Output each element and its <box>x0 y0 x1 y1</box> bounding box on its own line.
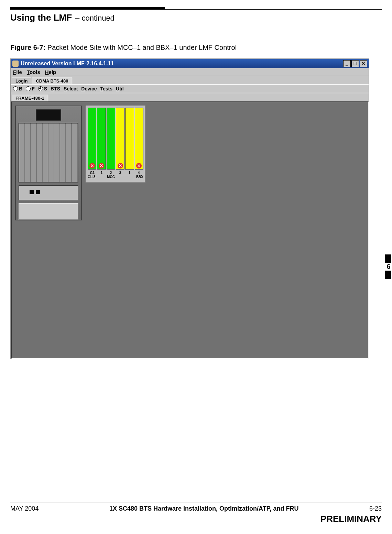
figure-text: Packet Mode Site with MCC–1 and BBX–1 un… <box>47 44 237 51</box>
slot-number-row: G1 1 2 3 1 4 <box>86 171 145 175</box>
slot-g1[interactable]: ✕ <box>88 108 96 170</box>
toolbar-select[interactable]: Select <box>64 86 78 91</box>
error-icon: ✕ <box>136 163 142 168</box>
page-side-tab: 6 <box>385 254 392 279</box>
chassis-bottom-panel <box>19 185 78 200</box>
menu-file[interactable]: File <box>13 69 22 75</box>
window-controls: _ □ ✕ <box>343 60 367 67</box>
radio-f[interactable] <box>26 86 31 91</box>
footer-row: MAY 2004 1X SC480 BTS Hardware Installat… <box>10 505 382 512</box>
main-tabbar: Login CDMA BTS-480 <box>11 76 369 84</box>
chassis-photo <box>15 106 82 220</box>
side-tab-block <box>385 271 391 279</box>
slot-mcc-1[interactable]: ✕ <box>97 108 106 170</box>
error-icon: ✕ <box>118 163 123 168</box>
chassis-drawer <box>19 203 78 220</box>
footer-date: MAY 2004 <box>10 505 39 512</box>
slot-label: 2 <box>106 171 116 175</box>
slot-label: 1 <box>97 171 106 175</box>
side-tab-number: 6 <box>385 263 392 271</box>
slot-label: 1 <box>125 171 134 175</box>
tab-cdma-bts[interactable]: CDMA BTS-480 <box>32 77 72 84</box>
toolbar-bts[interactable]: BTS <box>51 86 60 91</box>
slot-label: 3 <box>116 171 125 175</box>
footer-page: 6-23 <box>369 505 382 512</box>
slot-label: G1 <box>88 171 97 175</box>
square-icon <box>36 190 40 194</box>
slot-label: 4 <box>134 171 143 175</box>
footer-title: 1X SC480 BTS Hardware Installation, Opti… <box>109 505 298 512</box>
window-title: Unreleased Version LMF-2.16.4.1.11 <box>21 61 114 67</box>
tab-frame[interactable]: FRAME-480-1 <box>12 95 48 101</box>
error-icon: ✕ <box>99 163 104 168</box>
java-icon <box>12 61 19 67</box>
page-footer: MAY 2004 1X SC480 BTS Hardware Installat… <box>10 502 382 524</box>
menubar: File Tools Help <box>11 68 369 76</box>
content-area: ✕ ✕ ✕ ✕ G1 1 2 3 1 4 GLI3 MCC <box>11 101 369 359</box>
frame-tabbar: FRAME-480-1 <box>11 93 369 101</box>
slot-map: ✕ ✕ ✕ ✕ G1 1 2 3 1 4 GLI3 MCC <box>86 106 145 183</box>
group-bbx: BBX <box>125 175 143 179</box>
radio-b[interactable] <box>13 86 18 91</box>
figure-number: Figure 6-7: <box>10 44 45 51</box>
footer-preliminary: PRELIMINARY <box>10 514 382 524</box>
app-window: Unreleased Version LMF-2.16.4.1.11 _ □ ✕… <box>10 58 369 359</box>
figure-caption: Figure 6-7: Packet Mode Site with MCC–1 … <box>10 44 382 52</box>
close-button[interactable]: ✕ <box>360 60 367 67</box>
group-gli3: GLI3 <box>88 175 97 179</box>
radio-f-label: F <box>32 86 35 91</box>
error-icon: ✕ <box>89 163 95 168</box>
slot-mcc-2[interactable] <box>107 108 115 170</box>
footer-rule <box>10 502 382 502</box>
secondary-toolbar: B F S BTS Select Device Tests Util <box>11 84 369 93</box>
titlebar: Unreleased Version LMF-2.16.4.1.11 _ □ ✕ <box>11 59 369 68</box>
chassis-top <box>36 109 61 121</box>
slot-row: ✕ ✕ ✕ ✕ <box>86 106 145 171</box>
heading-continued: – continued <box>75 14 115 23</box>
side-tab-block <box>385 254 391 263</box>
radio-s[interactable] <box>38 86 43 91</box>
minimize-button[interactable]: _ <box>343 60 351 67</box>
square-icon <box>30 190 34 194</box>
radio-b-label: B <box>19 86 22 91</box>
toolbar-device[interactable]: Device <box>81 86 97 91</box>
menu-tools[interactable]: Tools <box>27 69 40 75</box>
group-mcc: MCC <box>97 175 125 179</box>
top-rule <box>10 9 382 10</box>
heading-title: Using the LMF <box>10 12 72 23</box>
slot-mcc-3[interactable]: ✕ <box>116 108 124 170</box>
chassis-cardcage <box>19 123 78 183</box>
radio-s-label: S <box>44 86 47 91</box>
slot-group-row: GLI3 MCC BBX <box>86 175 145 179</box>
menu-help[interactable]: Help <box>45 69 56 75</box>
toolbar-tests[interactable]: Tests <box>100 86 112 91</box>
toolbar-util[interactable]: Util <box>116 86 124 91</box>
slot-bbx-1[interactable] <box>125 108 134 170</box>
section-heading: Using the LMF – continued <box>10 12 382 23</box>
tab-login[interactable]: Login <box>12 77 31 84</box>
maximize-button[interactable]: □ <box>351 60 359 67</box>
slot-bbx-4[interactable]: ✕ <box>135 108 143 170</box>
